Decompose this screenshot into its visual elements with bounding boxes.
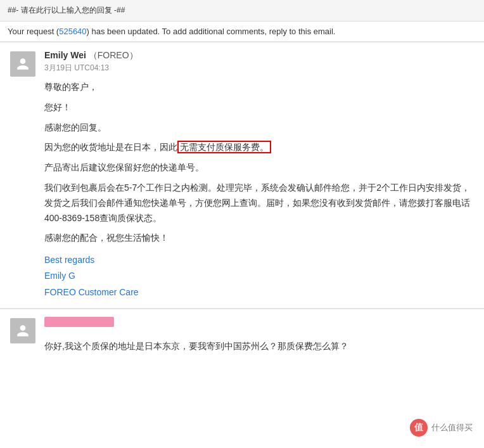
highlight-text: 无需支付质保服务费。 (177, 141, 271, 153)
paragraph-thanks: 感谢您的回复。 (44, 120, 474, 136)
user-reply-text: 你好,我这个质保的地址是日本东京，要我寄到中国苏州么？那质保费怎么算？ (44, 339, 474, 353)
agent-message-header: Emily Wei （FOREO） 3月19日 UTC04:13 (44, 50, 474, 74)
agent-sender-org: （FOREO） (89, 50, 138, 60)
agent-message-body: Emily Wei （FOREO） 3月19日 UTC04:13 尊敬的客户， … (44, 50, 474, 300)
signature-company: FOREO Customer Care (44, 285, 474, 300)
watermark: 值 什么值得买 (410, 419, 473, 437)
instructions-text: ##- 请在此行以上输入您的回复 -## (8, 6, 125, 15)
user-person-icon (16, 324, 30, 338)
notification-text-before: Your request ( (8, 27, 59, 36)
user-message-body: 你好,我这个质保的地址是日本东京，要我寄到中国苏州么？那质保费怎么算？ (44, 317, 474, 353)
agent-signature: Best regards Emily G FOREO Customer Care (44, 252, 474, 300)
agent-message-content: 尊敬的客户， 您好！ 感谢您的回复。 因为您的收货地址是在日本，因此无需支付质保… (44, 80, 474, 300)
user-name-blurred (44, 317, 114, 327)
paragraph-hello: 您好！ (44, 100, 474, 115)
signature-name: Emily G (44, 268, 474, 284)
paragraph-closing: 感谢您的配合，祝您生活愉快！ (44, 231, 474, 246)
watermark-icon-text: 值 (414, 422, 423, 433)
user-message-header (44, 317, 474, 333)
watermark-label: 什么值得买 (431, 422, 473, 433)
agent-sender-name: Emily Wei (44, 50, 86, 60)
top-bar: ##- 请在此行以上输入您的回复 -## (0, 0, 484, 22)
paragraph-line3: 我们收到包裹后会在5-7个工作日之内检测。处理完毕，系统会发确认邮件给您，并于2… (44, 181, 474, 226)
paragraph-line2: 产品寄出后建议您保留好您的快递单号。 (44, 160, 474, 176)
watermark-icon: 值 (410, 419, 428, 437)
paragraph-greeting: 尊敬的客户， (44, 80, 474, 95)
message-block-user: 你好,我这个质保的地址是日本东京，要我寄到中国苏州么？那质保费怎么算？ (0, 309, 484, 361)
notification-bar: Your request (525640) has been updated. … (0, 22, 484, 42)
agent-message-time: 3月19日 UTC04:13 (44, 63, 474, 74)
message-block-agent: Emily Wei （FOREO） 3月19日 UTC04:13 尊敬的客户， … (0, 42, 484, 309)
person-icon (16, 57, 30, 71)
paragraph-line1: 因为您的收货地址是在日本，因此无需支付质保服务费。 (44, 140, 474, 155)
line1-before: 因为您的收货地址是在日本，因此 (44, 142, 177, 152)
agent-avatar (10, 51, 35, 77)
ticket-link[interactable]: 525640 (59, 27, 86, 36)
user-avatar (10, 318, 35, 343)
notification-text-after: ) has been updated. To add additional co… (87, 27, 336, 36)
signature-best-regards: Best regards (44, 252, 474, 268)
